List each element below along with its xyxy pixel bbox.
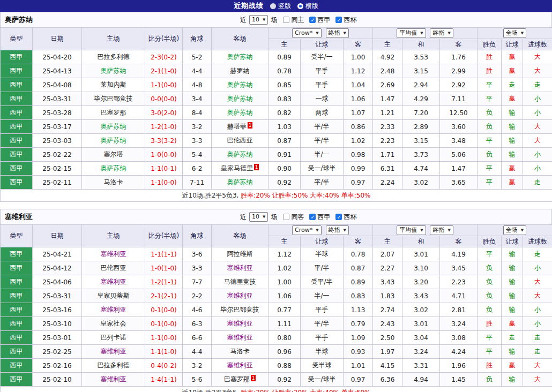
bookmaker-select[interactable]: Crow*▼: [292, 225, 322, 235]
home-team-link[interactable]: 塞维利亚: [101, 348, 126, 355]
score-link[interactable]: 1-1(1-0): [151, 348, 177, 356]
league-cell: 西甲: [1, 106, 33, 120]
checkbox-box[interactable]: [283, 214, 289, 220]
away-team-link[interactable]: 奥萨苏纳: [227, 53, 253, 61]
away-team-link[interactable]: 奥萨苏纳: [227, 81, 253, 88]
away-team-link[interactable]: 奥萨苏纳: [227, 150, 253, 158]
asia-final-odds-select[interactable]: 终指▼: [326, 28, 349, 38]
score-link[interactable]: 1-0(0-0): [151, 151, 177, 159]
home-team-link[interactable]: 塞维利亚: [101, 375, 126, 383]
match-row: 西甲25-04-12巴伦西亚1-0(1-0)3-3塞维利亚1.02平/半0.87…: [1, 261, 552, 275]
home-team-link[interactable]: 莱加内斯: [101, 81, 126, 88]
column-subheader-outcome: 胜负: [478, 39, 502, 50]
score-link[interactable]: 3-3(3-2): [151, 137, 177, 145]
home-team-link[interactable]: 塞维利亚: [101, 250, 126, 258]
checkbox-box[interactable]: [283, 17, 289, 23]
away-team-link[interactable]: 塞维利亚: [227, 334, 253, 341]
match-row: 西甲25-02-11马洛卡1-1(0-0)7-11奥萨苏纳0.92平/半0.97…: [1, 176, 552, 190]
home-team-link[interactable]: 巴列卡诺: [101, 334, 126, 341]
radio-circle-icon[interactable]: [270, 3, 276, 9]
checkbox-box[interactable]: [335, 17, 342, 23]
checkbox-box[interactable]: [309, 17, 316, 23]
score-link[interactable]: 2-3(0-2): [151, 54, 177, 61]
score-link[interactable]: 1-2(1-0): [151, 123, 177, 131]
average-odds-select[interactable]: 平均值▼: [397, 28, 426, 38]
asia-home-odds-cell: 1.06: [268, 289, 301, 303]
home-team-link[interactable]: 奥萨苏纳: [101, 164, 126, 172]
radio-circle-icon[interactable]: [297, 3, 303, 9]
away-team-link[interactable]: 马德里竞技: [224, 278, 256, 285]
score-link[interactable]: 0-1(0-0): [151, 306, 177, 314]
away-team-link[interactable]: 马洛卡: [230, 348, 250, 355]
checkbox-laliga[interactable]: 西甲: [309, 16, 330, 25]
score-link[interactable]: 0-0(0-0): [151, 95, 177, 103]
score-link[interactable]: 1-0(1-0): [151, 265, 177, 272]
score-link[interactable]: 1-1(0-0): [151, 81, 177, 89]
bookmaker-select[interactable]: Crow*▼: [292, 28, 322, 38]
checkbox-same-venue[interactable]: 同主: [283, 16, 304, 25]
home-team-link[interactable]: 皇家贝蒂斯: [98, 292, 130, 299]
away-team-link[interactable]: 巴塞罗那: [224, 375, 250, 383]
games-count-select[interactable]: 10▼: [249, 212, 268, 222]
away-team-link[interactable]: 奥萨苏纳: [227, 109, 253, 116]
checkbox-copa[interactable]: 西杯: [335, 16, 356, 25]
home-team-link[interactable]: 毕尔巴鄂竞技: [94, 95, 133, 102]
home-team-link[interactable]: 塞维利亚: [101, 306, 126, 313]
away-team-link[interactable]: 赫塔菲: [227, 123, 247, 130]
away-team-link[interactable]: 巴伦西亚: [227, 137, 253, 144]
score-link[interactable]: 2-1(1-0): [151, 67, 177, 75]
score-link[interactable]: 3-0(2-0): [151, 109, 177, 117]
result-handicap-cell: 赢: [502, 64, 523, 78]
home-team-link[interactable]: 塞维利亚: [101, 278, 126, 285]
away-team-link[interactable]: 皇家马德里: [221, 164, 253, 172]
home-team-link[interactable]: 奥萨苏纳: [101, 123, 126, 130]
score-link[interactable]: 2-1(2-1): [151, 292, 177, 300]
fulltime-select[interactable]: 全场▼: [503, 225, 526, 235]
home-team-link[interactable]: 奥萨苏纳: [101, 67, 126, 74]
checkbox-laliga[interactable]: 西甲: [309, 213, 330, 222]
away-team-link[interactable]: 奥萨苏纳: [227, 178, 253, 186]
games-count-select[interactable]: 10▼: [249, 15, 268, 25]
score-link[interactable]: 1-1(0-0): [151, 334, 177, 342]
home-team-link[interactable]: 奥萨苏纳: [101, 137, 126, 144]
checkbox-box[interactable]: [335, 214, 342, 220]
score-link[interactable]: 1-1(1-1): [151, 251, 177, 258]
radio-vertical-layout[interactable]: 竖版: [270, 2, 291, 11]
away-team-link[interactable]: 毕尔巴鄂竞技: [221, 306, 259, 313]
home-team-link[interactable]: 巴拉多利德: [98, 361, 130, 369]
euro-final-odds-select[interactable]: 终指▼: [430, 28, 453, 38]
home-team-link[interactable]: 巴拉多利德: [98, 53, 130, 61]
home-team-link[interactable]: 巴塞罗那: [101, 109, 126, 116]
asia-handicap-cell: 受一/球半: [301, 373, 344, 387]
column-header-corner: 角球: [183, 225, 212, 247]
home-team-link[interactable]: 皇家社会: [101, 320, 126, 327]
home-team-link[interactable]: 马洛卡: [104, 178, 123, 186]
home-team-link[interactable]: 巴伦西亚: [101, 264, 126, 272]
away-team-link[interactable]: 塞维利亚: [227, 361, 253, 369]
asia-final-odds-select[interactable]: 终指▼: [326, 225, 349, 235]
average-odds-select[interactable]: 平均值▼: [397, 225, 426, 235]
away-team-link[interactable]: 阿拉维斯: [227, 250, 253, 258]
away-team-link[interactable]: 赫罗纳: [230, 67, 250, 74]
euro-away-odds-cell: 2.23: [440, 275, 478, 289]
away-team-link[interactable]: 塞维利亚: [227, 320, 253, 327]
away-team-link[interactable]: 塞维利亚: [227, 292, 253, 299]
checkbox-copa[interactable]: 西杯: [335, 213, 356, 222]
score-link[interactable]: 1-4(1-1): [151, 376, 177, 383]
checkbox-box[interactable]: [309, 214, 316, 220]
score-link[interactable]: 1-1(0-0): [151, 179, 177, 186]
radio-horizontal-layout[interactable]: 横版: [297, 2, 318, 11]
result-outcome-cell: 胜: [478, 359, 502, 373]
score-link[interactable]: 0-1(0-0): [151, 320, 177, 328]
away-team-link[interactable]: 奥萨苏纳: [227, 95, 253, 102]
checkbox-same-venue[interactable]: 同客: [283, 213, 304, 222]
away-team-link[interactable]: 塞维利亚: [227, 264, 253, 272]
euro-final-odds-select[interactable]: 终指▼: [430, 225, 453, 235]
score-link[interactable]: 1-1(0-1): [151, 165, 177, 172]
column-subheader-handicap-result: 让球: [502, 39, 523, 50]
home-team-link[interactable]: 塞尔塔: [104, 150, 123, 158]
fulltime-select[interactable]: 全场▼: [503, 28, 526, 38]
score-link[interactable]: 1-2(1-1): [151, 278, 177, 286]
score-link[interactable]: 0-4(0-2): [151, 362, 177, 370]
date-cell: 25-04-21: [33, 247, 82, 261]
